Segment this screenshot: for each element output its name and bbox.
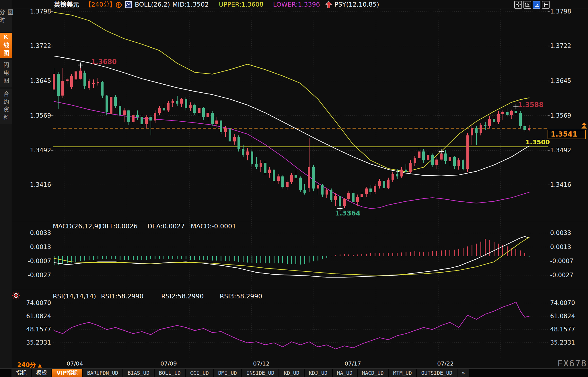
- macd-label: MACD(26,12,9): [53, 223, 101, 230]
- boll-mid-value: MID:1.3502: [172, 1, 209, 9]
- rsi-tick: 48.1577: [14, 326, 51, 333]
- rsi2-value: RSI2:58.2990: [161, 293, 204, 300]
- date-tick: 07/04: [67, 360, 83, 367]
- support-line-label: 1.3500: [525, 139, 550, 146]
- tab-kdj-ud[interactable]: KDJ_UD: [305, 369, 332, 377]
- date-tick: 07/22: [437, 360, 454, 367]
- tab-bias-ud[interactable]: BIAS_UD: [123, 369, 154, 377]
- boll-upper-value: UPPER:1.3608: [219, 1, 264, 9]
- tab-mtm-ud[interactable]: MTM_UD: [389, 369, 416, 377]
- swing-high-label: 1.3680: [91, 58, 117, 65]
- price-tick: 1.3798: [550, 8, 587, 15]
- boll-lower-value: LOWER:1.3396: [273, 1, 320, 9]
- macd-hist-value: MACD:-0.0001: [191, 223, 236, 230]
- tab-ma-ud[interactable]: MA_UD: [333, 369, 357, 377]
- tab-outside-ud[interactable]: OUTSIDE_UD: [417, 369, 457, 377]
- price-tick: 1.3645: [14, 77, 51, 84]
- sidebar-item-kline-chart[interactable]: K线图: [0, 33, 12, 58]
- tab-barupdn-ud[interactable]: BARUPDN_UD: [83, 369, 122, 377]
- chart-canvas[interactable]: [0, 0, 588, 377]
- chart-type-sidebar: 分时图 K线图 闪电图 合约资料: [0, 0, 12, 368]
- psy-label: PSY(12,10,85): [334, 1, 379, 9]
- up-triangle-icon: ▲: [38, 362, 42, 368]
- mini-chart-icon[interactable]: [125, 1, 132, 9]
- indicator-marker-icon[interactable]: [12, 292, 20, 300]
- price-tick: 1.3416: [550, 181, 587, 188]
- macd-tick: -0.0027: [14, 272, 51, 279]
- axis-scale-icon[interactable]: [523, 1, 531, 9]
- rsi-tick: 61.0824: [550, 313, 587, 320]
- timeframe-indicator[interactable]: 240分 ▲: [17, 360, 42, 369]
- sidebar-item-label: 合约资料: [2, 91, 10, 122]
- rsi1-value: RSI1:58.2990: [101, 293, 143, 300]
- price-marker-arrows-icon: [581, 123, 587, 129]
- boll-label: BOLL(26,2): [135, 1, 170, 9]
- date-tick: 07/17: [344, 360, 361, 367]
- price-tick: 1.3492: [550, 147, 587, 154]
- sidebar-item-time-chart[interactable]: 分时图: [0, 9, 12, 32]
- price-tick: 1.3492: [14, 147, 51, 154]
- period-badge[interactable]: 【240分】: [85, 1, 116, 9]
- tab-inside-ud[interactable]: INSIDE_UD: [242, 369, 279, 377]
- price-tick: 1.3569: [14, 112, 51, 119]
- sidebar-item-label: 分时图: [0, 9, 14, 32]
- macd-diff-value: DIFF:0.0026: [100, 223, 137, 230]
- price-tick: 1.3722: [550, 42, 587, 49]
- macd-tick: -0.0007: [14, 258, 51, 265]
- price-tick: 1.3798: [14, 8, 51, 15]
- rsi-tick: 48.1577: [550, 326, 587, 333]
- rsi-tick: 74.0070: [14, 300, 51, 306]
- sidebar-item-label: 闪电图: [2, 62, 10, 85]
- tab-kd-ud[interactable]: KD_UD: [279, 369, 303, 377]
- swing-low-label: 1.3364: [335, 209, 361, 217]
- macd-tick: 0.0013: [14, 244, 51, 250]
- date-tick: 07/09: [160, 360, 177, 367]
- macd-tick: -0.0027: [550, 272, 587, 279]
- sidebar-item-label: K线图: [2, 33, 10, 58]
- macd-tick: 0.0033: [550, 230, 587, 236]
- up-arrow-icon: [325, 1, 332, 9]
- chart-toolbar: [514, 1, 550, 9]
- indicator-tabbar: 指标 模板 VIP指标 BARUPDN_UD BIAS_UD BOLL_UD C…: [0, 368, 588, 377]
- sidebar-item-contract-info[interactable]: 合约资料: [0, 89, 12, 124]
- tab-dmi-ud[interactable]: DMI_UD: [214, 369, 241, 377]
- price-tick: 1.3416: [14, 181, 51, 188]
- tab-indicators[interactable]: 指标: [11, 369, 31, 377]
- macd-dea-value: DEA:0.0027: [147, 223, 185, 230]
- rsi3-value: RSI3:58.2990: [220, 293, 262, 300]
- symbol-title: 英镑美元: [54, 1, 79, 9]
- tab-boll-ud[interactable]: BOLL_UD: [155, 369, 185, 377]
- swing-high-label: 1.3588: [518, 101, 544, 108]
- rsi-tick: 74.0070: [550, 300, 587, 306]
- watermark: FX678: [557, 358, 587, 368]
- chart-style-icon[interactable]: [533, 1, 540, 9]
- macd-tick: -0.0007: [550, 258, 587, 265]
- tab-templates[interactable]: 模板: [32, 369, 51, 377]
- rsi-tick: 35.2331: [550, 339, 587, 346]
- tab-more[interactable]: »: [457, 369, 469, 377]
- macd-tick: 0.0013: [550, 244, 587, 250]
- timeframe-label: 240分: [17, 362, 36, 368]
- pan-move-icon[interactable]: [514, 1, 522, 9]
- target-circle-icon[interactable]: [115, 1, 122, 9]
- tab-vip-indicators[interactable]: VIP指标: [52, 369, 82, 377]
- date-tick: 07/12: [253, 360, 270, 367]
- price-tick: 1.3569: [550, 112, 587, 119]
- sidebar-item-lightning-chart[interactable]: 闪电图: [0, 60, 12, 87]
- trading-app-window: 英镑美元 【240分】 BOLL(26,2) MID:1.3502 UPPER:…: [0, 0, 588, 377]
- price-tick: 1.3722: [14, 42, 51, 49]
- price-tick: 1.3645: [550, 77, 587, 84]
- rsi-label: RSI(14,14,14): [53, 293, 96, 300]
- rsi-tick: 35.2331: [14, 339, 51, 346]
- collapse-panel-icon[interactable]: [542, 1, 550, 9]
- current-price-tag: 1.3541: [548, 130, 586, 139]
- tab-cci-ud[interactable]: CCI_UD: [186, 369, 213, 377]
- rsi-tick: 61.0824: [14, 313, 51, 320]
- tab-macd-ud[interactable]: MACD_UD: [358, 369, 388, 377]
- macd-tick: 0.0033: [14, 230, 51, 236]
